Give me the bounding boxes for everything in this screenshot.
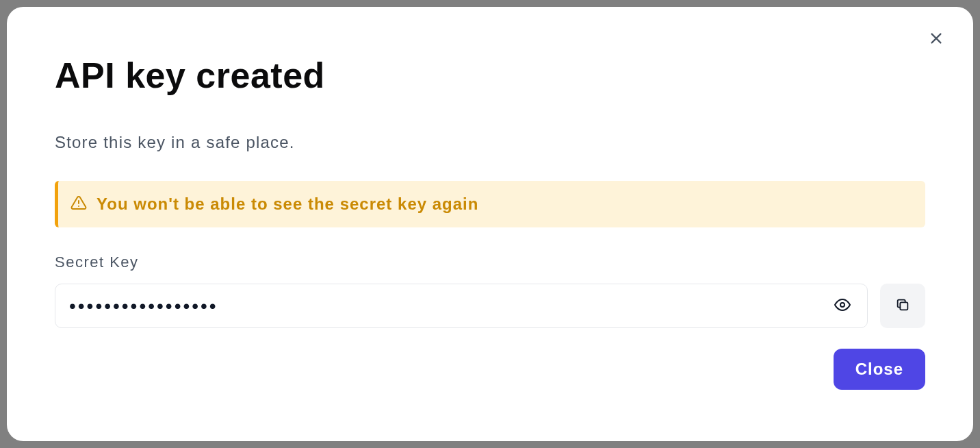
svg-rect-5	[900, 302, 907, 310]
x-icon	[929, 31, 944, 49]
modal-subtitle: Store this key in a safe place.	[55, 133, 925, 152]
secret-key-label: Secret Key	[55, 253, 925, 271]
modal-footer: Close	[55, 349, 925, 390]
modal-title: API key created	[55, 55, 925, 96]
close-button[interactable]: Close	[834, 349, 925, 390]
copy-icon	[895, 297, 910, 314]
reveal-key-button[interactable]	[831, 294, 853, 318]
secret-key-input-wrap	[55, 284, 868, 328]
warning-triangle-icon	[70, 195, 87, 214]
warning-text: You won't be able to see the secret key …	[96, 195, 478, 214]
eye-icon	[834, 297, 851, 315]
close-icon-button[interactable]	[925, 29, 947, 51]
secret-key-input[interactable]	[69, 295, 831, 317]
secret-key-row	[55, 284, 925, 328]
api-key-modal: API key created Store this key in a safe…	[7, 7, 973, 441]
copy-key-button[interactable]	[880, 284, 925, 328]
warning-alert: You won't be able to see the secret key …	[55, 181, 925, 227]
svg-point-4	[840, 303, 844, 307]
